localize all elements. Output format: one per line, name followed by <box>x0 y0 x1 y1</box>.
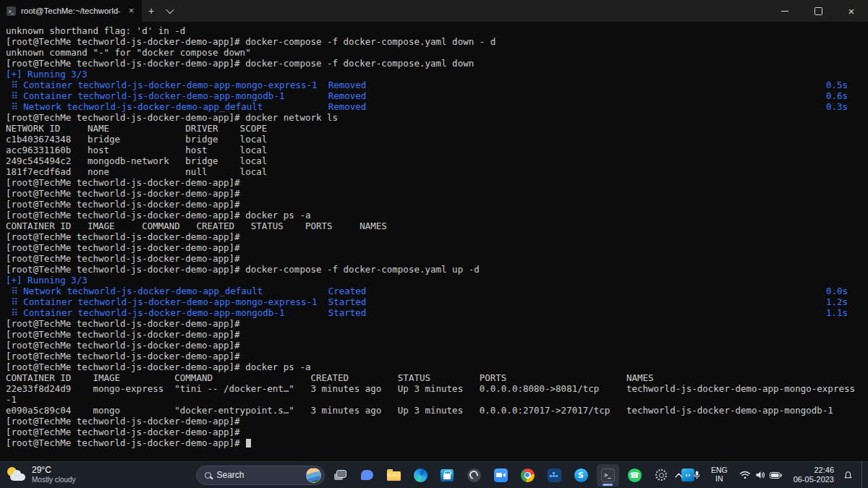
terminal-line: unknown command "-" for "docker compose … <box>6 47 865 58</box>
battery-icon <box>770 472 782 479</box>
microsoft-store-button[interactable] <box>436 464 459 487</box>
chrome-icon <box>521 468 535 482</box>
wifi-icon <box>739 471 751 479</box>
terminal-line: [root@TechMe techworld-js-docker-demo-ap… <box>6 329 865 340</box>
terminal-line: 181f7ecdf6ad none null local <box>6 166 865 177</box>
search-highlight-image <box>306 468 321 483</box>
zoom-icon <box>494 468 508 482</box>
terminal-line: [+] Running 3/3 <box>6 69 865 80</box>
docker-desktop-icon <box>548 468 561 482</box>
teams-chat-icon <box>361 470 373 480</box>
tab-close-icon[interactable] <box>125 5 137 17</box>
minimize-button[interactable] <box>768 0 801 22</box>
skype-button[interactable]: S <box>570 464 592 487</box>
terminal-titlebar: root@TechMe:~/techworld-js <box>0 0 868 22</box>
system-tray: ENG IN <box>672 462 864 488</box>
notifications-button[interactable] <box>841 468 856 483</box>
tab-title: root@TechMe:~/techworld-js <box>21 7 120 15</box>
terminal-line: -1 <box>6 394 865 405</box>
terminal-line: [root@TechMe techworld-js-docker-demo-ap… <box>6 416 865 427</box>
terminal-line: [root@TechMe techworld-js-docker-demo-ap… <box>6 112 865 123</box>
terminal-line: [root@TechMe techworld-js-docker-demo-ap… <box>6 253 865 264</box>
network-volume-battery-button[interactable] <box>734 467 787 483</box>
taskbar-search[interactable]: Search <box>196 466 325 485</box>
new-tab-button[interactable] <box>142 0 161 22</box>
terminal-line: 22e33f8d24d9 mongo-express "tini -- /doc… <box>6 383 865 394</box>
terminal-line: ⠿ Container techworld-js-docker-demo-app… <box>6 90 865 101</box>
clock-date: 06-05-2023 <box>793 475 834 484</box>
desktop: root@TechMe:~/techworld-js unknown short… <box>0 0 868 488</box>
terminal-line: e090a5c89c04 mongo "docker-entrypoint.s…… <box>6 405 865 416</box>
chevron-up-icon <box>675 473 683 478</box>
chrome-button[interactable] <box>516 464 539 487</box>
close-button[interactable] <box>835 0 868 22</box>
settings-gear-icon <box>655 469 667 481</box>
terminal-app-icon <box>7 7 16 16</box>
windows-terminal-button[interactable]: >_ <box>597 464 619 487</box>
terminal-line: [root@TechMe techworld-js-docker-demo-ap… <box>6 318 865 329</box>
terminal-line: [root@TechMe techworld-js-docker-demo-ap… <box>6 177 865 188</box>
skype-icon: S <box>574 468 588 482</box>
terminal-line: NETWORK ID NAME DRIVER SCOPE <box>6 123 865 134</box>
teams-chat-button[interactable] <box>356 464 378 487</box>
sun-cloud-icon <box>7 466 26 484</box>
task-view-button[interactable] <box>329 464 352 487</box>
terminal-line: 249c545494c2 mongodb-network bridge loca… <box>6 155 865 166</box>
terminal-line: [root@TechMe techworld-js-docker-demo-ap… <box>6 210 865 221</box>
maximize-button[interactable] <box>801 0 835 22</box>
terminal-line: ⠿ Container techworld-js-docker-demo-app… <box>6 80 865 90</box>
terminal-line: CONTAINER ID IMAGE COMMAND CREATED STATU… <box>6 372 865 383</box>
terminal-line: [root@TechMe techworld-js-docker-demo-ap… <box>6 264 865 275</box>
weather-temp: 29°C <box>32 466 76 476</box>
docker-desktop-button[interactable] <box>543 464 566 487</box>
terminal-tab[interactable]: root@TechMe:~/techworld-js <box>0 0 142 22</box>
terminal-line: ⠿ Container techworld-js-docker-demo-app… <box>6 296 865 307</box>
taskbar-center: Search S>_☎‹› <box>169 464 699 487</box>
zoom-button[interactable] <box>490 464 512 487</box>
weather-widget[interactable]: 29°C Mostly cloudy <box>7 462 76 488</box>
terminal-line: [root@TechMe techworld-js-docker-demo-ap… <box>6 340 865 351</box>
terminal-line: unknown shorthand flag: 'd' in -d <box>6 25 865 36</box>
terminal-line: ⠿ Container techworld-js-docker-demo-app… <box>6 307 865 318</box>
terminal-line: [root@TechMe techworld-js-docker-demo-ap… <box>6 231 865 242</box>
terminal-line: [root@TechMe techworld-js-docker-demo-ap… <box>6 188 865 199</box>
clock-time: 22:46 <box>793 466 834 475</box>
tab-dropdown-button[interactable] <box>161 0 179 22</box>
microphone-button[interactable] <box>689 467 705 483</box>
terminal-output[interactable]: unknown shorthand flag: 'd' in -d[root@T… <box>0 22 868 461</box>
terminal-line: [root@TechMe techworld-js-docker-demo-ap… <box>6 36 865 47</box>
show-desktop-button[interactable] <box>861 462 864 488</box>
whatsapp-button[interactable]: ☎ <box>624 464 646 487</box>
obs-studio-button[interactable] <box>463 464 485 487</box>
window-controls <box>768 0 868 22</box>
taskbar: 29°C Mostly cloudy Search S>_☎‹› <box>0 461 868 488</box>
terminal-line: [root@TechMe techworld-js-docker-demo-ap… <box>6 58 865 69</box>
terminal-line: [root@TechMe techworld-js-docker-demo-ap… <box>6 427 865 437</box>
language-switcher[interactable]: ENG IN <box>708 463 731 486</box>
terminal-line: acc96331160b host host local <box>6 145 865 155</box>
bell-icon <box>843 471 853 480</box>
search-icon <box>205 472 211 479</box>
edge-browser-icon <box>414 468 427 482</box>
terminal-line: c1b403674348 bridge bridge local <box>6 134 865 145</box>
tray-overflow-button[interactable] <box>672 470 686 481</box>
windows-terminal-icon: >_ <box>601 468 615 482</box>
terminal-line: [+] Running 3/3 <box>6 275 865 286</box>
edge-browser-button[interactable] <box>409 464 432 487</box>
terminal-line: [root@TechMe techworld-js-docker-demo-ap… <box>6 199 865 210</box>
task-view-icon <box>336 470 346 478</box>
terminal-line: [root@TechMe techworld-js-docker-demo-ap… <box>6 351 865 361</box>
taskbar-apps: S>_☎‹› <box>329 464 699 487</box>
language-region: IN <box>711 475 728 484</box>
terminal-line: ⠿ Network techworld-js-docker-demo-app_d… <box>6 286 865 296</box>
terminal-cursor <box>246 439 251 448</box>
obs-studio-icon <box>467 468 481 482</box>
file-explorer-button[interactable] <box>383 464 405 487</box>
settings-gear-button[interactable] <box>650 464 673 487</box>
start-button[interactable] <box>169 464 192 487</box>
file-explorer-icon <box>387 471 401 481</box>
clock-widget[interactable]: 22:46 06-05-2023 <box>791 463 837 487</box>
weather-condition: Mostly cloudy <box>32 476 76 484</box>
terminal-line: [root@TechMe techworld-js-docker-demo-ap… <box>6 437 865 448</box>
windows-logo-icon <box>174 469 186 481</box>
